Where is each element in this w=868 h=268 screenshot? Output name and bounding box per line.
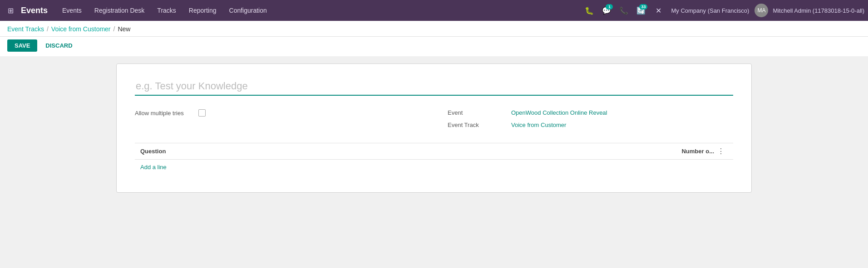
col-number-header: Number o... bbox=[660, 148, 714, 155]
close-icon-button[interactable]: ✕ bbox=[651, 3, 666, 18]
table-header: Question Number o... ⋮ bbox=[135, 143, 733, 160]
avatar[interactable]: MA bbox=[755, 4, 768, 17]
form-left: Allow multiple tries bbox=[135, 109, 420, 134]
phone-icon: 📞 bbox=[619, 6, 628, 15]
col-question-header: Question bbox=[140, 148, 660, 155]
app-title: Events bbox=[21, 6, 48, 15]
add-line-button[interactable]: Add a line bbox=[140, 164, 167, 171]
form-row: Allow multiple tries Event OpenWood Coll… bbox=[135, 109, 733, 134]
nav-item-configuration[interactable]: Configuration bbox=[224, 5, 272, 16]
close-icon: ✕ bbox=[656, 6, 661, 15]
nav-item-tracks[interactable]: Tracks bbox=[152, 5, 181, 16]
event-track-label: Event Track bbox=[448, 122, 511, 128]
discard-button[interactable]: DISCARD bbox=[41, 39, 77, 52]
breadcrumb-event-tracks[interactable]: Event Tracks bbox=[7, 25, 44, 33]
event-track-row: Event Track Voice from Customer bbox=[448, 122, 733, 128]
event-label: Event bbox=[448, 109, 511, 116]
nav-item-events[interactable]: Events bbox=[57, 5, 87, 16]
bug-icon-button[interactable]: 🐛 bbox=[582, 3, 597, 18]
save-button[interactable]: SAVE bbox=[7, 39, 37, 52]
phone-icon-button[interactable]: 📞 bbox=[616, 3, 631, 18]
breadcrumb-voice-from-customer[interactable]: Voice from Customer bbox=[51, 25, 111, 33]
breadcrumb: Event Tracks / Voice from Customer / New bbox=[7, 25, 861, 33]
bug-icon: 🐛 bbox=[585, 6, 594, 15]
event-track-value[interactable]: Voice from Customer bbox=[511, 122, 566, 128]
nav-item-registration-desk[interactable]: Registration Desk bbox=[89, 5, 150, 16]
breadcrumb-sep-2: / bbox=[113, 25, 115, 33]
app-grid-button[interactable]: ⊞ bbox=[4, 4, 17, 17]
chat-icon-button[interactable]: 💬 1 bbox=[599, 3, 614, 18]
refresh-badge: 33 bbox=[639, 4, 647, 10]
add-line-row: Add a line bbox=[135, 160, 733, 174]
event-value[interactable]: OpenWood Collection Online Reveal bbox=[511, 109, 607, 116]
allow-multiple-tries-checkbox[interactable] bbox=[198, 109, 206, 117]
user-label: Mitchell Admin (11783018-15-0-all) bbox=[773, 7, 864, 14]
questions-table: Question Number o... ⋮ Add a line bbox=[135, 143, 733, 174]
chat-badge: 1 bbox=[606, 4, 613, 10]
table-menu-icon[interactable]: ⋮ bbox=[714, 147, 728, 156]
refresh-icon-button[interactable]: 🔄 33 bbox=[634, 3, 648, 18]
allow-multiple-tries-row: Allow multiple tries bbox=[135, 109, 420, 117]
breadcrumb-new: New bbox=[118, 25, 130, 33]
event-row: Event OpenWood Collection Online Reveal bbox=[448, 109, 733, 116]
nav-icons: 🐛 💬 1 📞 🔄 33 ✕ bbox=[582, 3, 666, 18]
form-card: Allow multiple tries Event OpenWood Coll… bbox=[116, 63, 752, 193]
title-input[interactable] bbox=[135, 78, 733, 96]
allow-multiple-tries-label: Allow multiple tries bbox=[135, 110, 198, 117]
action-bar: SAVE DISCARD bbox=[0, 37, 868, 56]
grid-icon: ⊞ bbox=[8, 6, 14, 15]
main-content: Allow multiple tries Event OpenWood Coll… bbox=[0, 56, 868, 268]
form-right: Event OpenWood Collection Online Reveal … bbox=[448, 109, 733, 134]
nav-item-reporting[interactable]: Reporting bbox=[183, 5, 222, 16]
navbar: ⊞ Events Events Registration Desk Tracks… bbox=[0, 0, 868, 21]
breadcrumb-sep-1: / bbox=[47, 25, 49, 33]
company-label: My Company (San Francisco) bbox=[671, 7, 749, 14]
breadcrumb-bar: Event Tracks / Voice from Customer / New bbox=[0, 21, 868, 37]
